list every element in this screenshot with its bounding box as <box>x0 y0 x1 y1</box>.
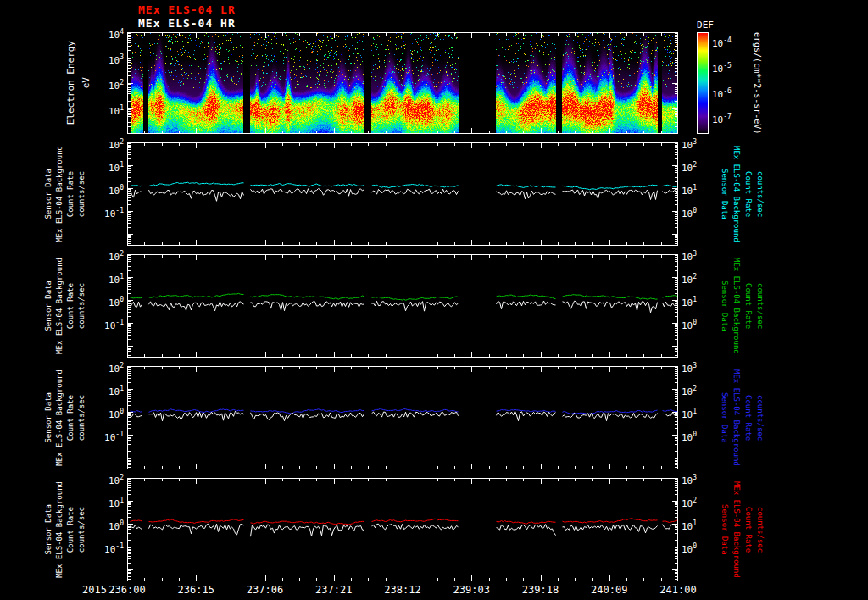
x-tick-label: 237:21 <box>305 584 363 596</box>
panel-1-left-label-line-3: Count Rate <box>64 141 76 247</box>
panel-3-ytick-label: 10-1 <box>85 429 124 444</box>
panel-3-y2tick-label: 102 <box>682 383 715 398</box>
panel-2-right-label-line-4: counts/sec <box>754 253 766 359</box>
title-hr: MEx ELS-04 HR <box>138 17 236 30</box>
panel-4-left-label-line-3-text: Count Rate <box>66 507 75 553</box>
panel-1-right-label-line-2: MEx ELS-04 Background <box>731 141 743 247</box>
panel-1-right-label-line-4: counts/sec <box>754 141 766 247</box>
panel-2-ytick-label: 101 <box>85 271 124 286</box>
panel-2-left-label-line-1: Sensor Data <box>42 253 54 359</box>
line-panel-3-canvas <box>127 366 678 469</box>
panel-4-left-label-line-3: Count Rate <box>64 476 76 583</box>
panel-4-ytick-label: 100 <box>85 518 124 533</box>
panel-4-y2tick-label: 103 <box>682 472 715 487</box>
panel-1-y2tick-label: 100 <box>682 205 715 220</box>
panel-3-right-label-line-4: counts/sec <box>754 364 766 471</box>
panel-1-left-label-line-3-text: Count Rate <box>66 171 75 217</box>
spectrogram-yunit-text: eV <box>81 77 92 88</box>
x-tick-label: 240:09 <box>581 584 638 596</box>
x-tick-label: 237:06 <box>236 584 294 596</box>
panel-3-left-label-line-2: MEx ELS-04 Background <box>53 364 65 471</box>
panel-3-left-label-line-4: counts/sec <box>75 364 87 471</box>
line-panel-2-canvas <box>127 254 678 358</box>
panel-4-left-label-line-1-text: Sensor Data <box>44 504 53 555</box>
x-tick-label: 241:00 <box>649 584 707 596</box>
panel-3-ytick-label: 101 <box>85 383 124 398</box>
panel-1-left-label-line-1-text: Sensor Data <box>44 169 53 219</box>
panel-4-right-label-line-4: counts/sec <box>754 476 766 583</box>
panel-4-right-label-line-2-text: MEx ELS-04 Background <box>732 481 741 578</box>
panel-4-left-label-line-4-text: counts/sec <box>77 507 86 553</box>
x-tick-label: 238:12 <box>374 584 431 596</box>
panel-3-right-label-line-2: MEx ELS-04 Background <box>731 364 743 471</box>
panel-1-right-label-line-4-text: counts/sec <box>756 171 765 217</box>
colorbar-tick-label: 10-6 <box>712 86 732 101</box>
panel-4-left-label-line-2-text: MEx ELS-04 Background <box>55 481 64 578</box>
title-lr: MEx ELS-04 LR <box>138 3 236 16</box>
panel-3-right-label-line-2-text: MEx ELS-04 Background <box>732 369 741 466</box>
panel-4-left-label-line-4: counts/sec <box>75 476 87 583</box>
panel-2-left-label-line-4: counts/sec <box>75 253 87 359</box>
panel-4-right-label-line-1: Sensor Data <box>719 476 731 583</box>
panel-3-right-label-line-3: Count Rate <box>743 364 754 471</box>
panel-4-y2tick-label: 100 <box>682 541 715 556</box>
panel-2-ytick-label: 10-1 <box>85 317 124 332</box>
colorbar-tick-label: 10-7 <box>712 111 732 126</box>
spectrogram-figure: MEx ELS-04 LR MEx ELS-04 HR 104103102101… <box>0 0 868 600</box>
panel-4-y2tick-label: 102 <box>682 495 715 510</box>
panel-3-right-label-line-1: Sensor Data <box>719 364 731 471</box>
panel-1-y2tick-label: 102 <box>682 159 715 175</box>
colorbar-unit-text: ergs/(cm**2-s-sr-eV) <box>753 32 762 134</box>
panel-1-ytick-label: 101 <box>85 159 124 175</box>
panel-3-left-label-line-4-text: counts/sec <box>77 395 86 441</box>
panel-2-right-label-line-1: Sensor Data <box>719 253 731 359</box>
panel-2-ytick-label: 100 <box>85 294 124 309</box>
panel-2-left-label-line-1-text: Sensor Data <box>44 281 53 331</box>
colorbar-unit: ergs/(cm**2-s-sr-eV) <box>751 27 763 139</box>
panel-2-y2tick-label: 100 <box>682 317 715 332</box>
panel-2-ytick-label: 102 <box>85 248 124 264</box>
panel-4-ytick-label: 10-1 <box>85 541 124 556</box>
panel-1-y2tick-label: 101 <box>682 182 715 197</box>
panel-2-right-label-line-1-text: Sensor Data <box>721 281 729 331</box>
panel-2-y2tick-label: 101 <box>682 294 715 309</box>
panel-2-left-label-line-3: Count Rate <box>64 253 76 359</box>
panel-3-left-label-line-2-text: MEx ELS-04 Background <box>55 369 64 466</box>
colorbar-title: DEF <box>693 19 718 31</box>
panel-1-left-label-line-4: counts/sec <box>75 141 87 247</box>
panel-1-right-label-line-3-text: Count Rate <box>744 171 753 217</box>
panel-1-right-label-line-3: Count Rate <box>743 141 754 247</box>
spectrogram-ylabel: Electron Energy <box>64 32 76 134</box>
panel-4-right-label-line-3: Count Rate <box>743 476 754 583</box>
panel-4-left-label-line-1: Sensor Data <box>42 476 54 583</box>
panel-1-ytick-label: 10-1 <box>85 205 124 220</box>
panel-2-right-label-line-3-text: Count Rate <box>744 283 753 329</box>
panel-3-ytick-label: 100 <box>85 406 124 421</box>
panel-3-left-label-line-3-text: Count Rate <box>66 395 75 441</box>
panel-3-left-label-line-1: Sensor Data <box>42 364 54 471</box>
panel-1-ytick-label: 100 <box>85 182 124 197</box>
panel-1-y2tick-label: 103 <box>682 136 715 152</box>
panel-2-right-label-line-3: Count Rate <box>743 253 754 359</box>
panel-2-left-label-line-4-text: counts/sec <box>77 283 86 329</box>
colorbar-canvas <box>697 32 709 134</box>
spectrogram-ylabel-text: Electron Energy <box>65 41 76 125</box>
panel-3-right-label-line-4-text: counts/sec <box>756 395 765 441</box>
panel-1-right-label-line-2-text: MEx ELS-04 Background <box>732 146 741 242</box>
panel-4-right-label-line-1-text: Sensor Data <box>721 504 729 555</box>
panel-2-left-label-line-2: MEx ELS-04 Background <box>53 253 65 359</box>
panel-4-right-label-line-2: MEx ELS-04 Background <box>731 476 743 583</box>
panel-1-left-label-line-2-text: MEx ELS-04 Background <box>55 146 64 242</box>
colorbar-tick-label: 10-5 <box>712 60 732 75</box>
colorbar-tick-label: 10-4 <box>712 35 732 50</box>
spectrogram-canvas <box>127 32 678 134</box>
x-tick-label: 239:03 <box>442 584 500 596</box>
panel-4-ytick-label: 102 <box>85 472 124 487</box>
panel-2-right-label-line-4-text: counts/sec <box>756 283 765 329</box>
x-tick-label: 236:00 <box>98 584 156 596</box>
panel-3-y2tick-label: 100 <box>682 429 715 444</box>
panel-1-right-label-line-1-text: Sensor Data <box>721 169 729 219</box>
panel-1-left-label-line-1: Sensor Data <box>42 141 54 247</box>
x-tick-label: 239:18 <box>512 584 570 596</box>
panel-4-y2tick-label: 101 <box>682 518 715 533</box>
